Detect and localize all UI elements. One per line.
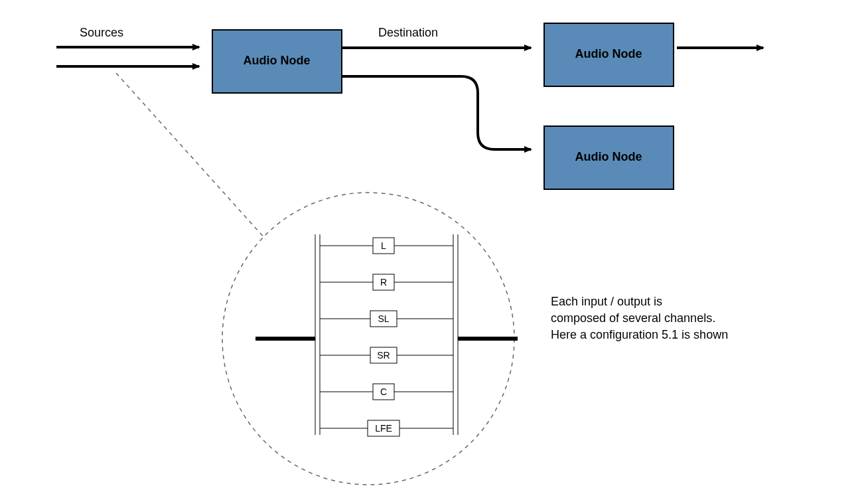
- channel-detail: L R SL SR C LFE: [255, 234, 518, 436]
- audio-node-upper-right: Audio Node: [544, 23, 674, 86]
- channel-SR: SR: [377, 350, 390, 361]
- audio-node-central: Audio Node: [212, 30, 342, 93]
- callout-leader: [116, 73, 265, 239]
- destination-arrow-curved: [342, 76, 531, 149]
- channel-C: C: [380, 386, 387, 397]
- destination-label: Destination: [378, 26, 438, 39]
- channel-L: L: [381, 240, 386, 251]
- channel-LFE: LFE: [375, 423, 392, 434]
- channel-SL: SL: [378, 313, 389, 324]
- channel-R: R: [380, 277, 387, 288]
- description-line-3: Here a configuration 5.1 is shown: [551, 328, 728, 341]
- sources-label: Sources: [80, 26, 123, 39]
- description-line-2: composed of several channels.: [551, 311, 715, 325]
- audio-node-central-label: Audio Node: [244, 54, 311, 67]
- description-text: Each input / output is composed of sever…: [551, 295, 728, 341]
- audio-node-lower-right: Audio Node: [544, 126, 674, 189]
- audio-node-lower-right-label: Audio Node: [575, 150, 642, 163]
- diagram-canvas: Sources Audio Node Destination Audio Nod…: [0, 0, 868, 498]
- description-line-1: Each input / output is: [551, 295, 662, 308]
- audio-node-upper-right-label: Audio Node: [575, 47, 642, 60]
